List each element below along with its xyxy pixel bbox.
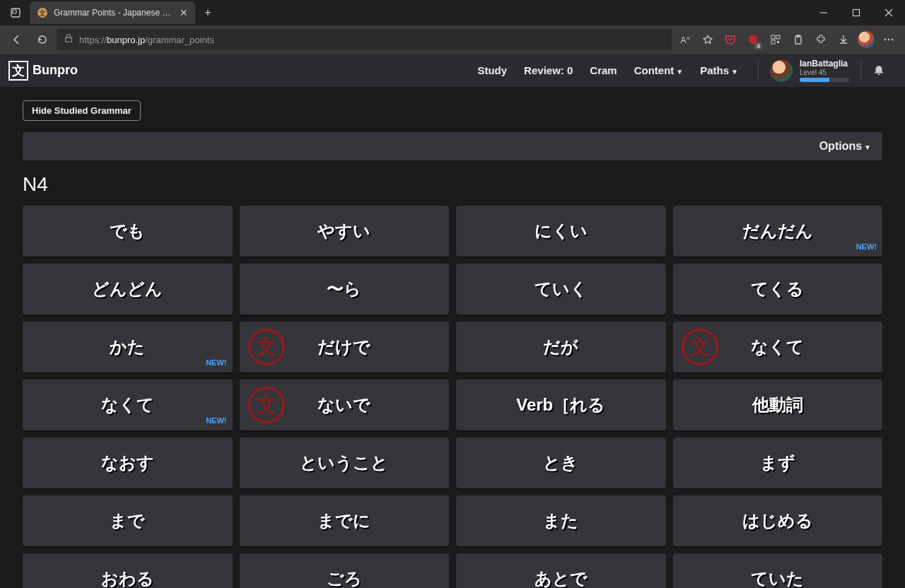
profile-avatar[interactable] (856, 28, 877, 51)
grammar-tile-label: かた (110, 336, 145, 358)
back-button[interactable] (6, 28, 28, 51)
grammar-tile[interactable]: あとで (456, 553, 666, 588)
nav-cram[interactable]: Cram (590, 64, 617, 76)
svg-text:文: 文 (257, 336, 276, 358)
user-avatar (770, 59, 793, 82)
grammar-tile[interactable]: やすい (240, 206, 450, 257)
section-title: N4 (23, 173, 882, 196)
grammar-tile[interactable]: にくい (456, 206, 666, 257)
browser-tab[interactable]: 文 Grammar Points - Japanese Gram ✕ (30, 1, 195, 24)
grammar-tile-label: はじめる (742, 510, 813, 532)
grammar-tile[interactable]: だが (456, 322, 666, 372)
refresh-button[interactable] (31, 28, 54, 51)
new-badge: NEW! (206, 416, 226, 425)
tab-overview-icon[interactable] (6, 3, 25, 23)
favicon-icon: 文 (37, 7, 48, 18)
grammar-tile[interactable]: ということ (240, 437, 450, 488)
user-level: Level 45 (800, 69, 849, 76)
studied-stamp-icon: 文 (247, 385, 286, 425)
window-controls (807, 0, 905, 25)
grammar-tile[interactable]: なくてNEW! (23, 380, 233, 430)
grammar-tile[interactable]: とき (456, 437, 666, 488)
grammar-tile[interactable]: でも (23, 206, 233, 257)
minimize-button[interactable] (807, 0, 840, 25)
new-tab-button[interactable]: + (198, 3, 218, 23)
grammar-tile-label: あとで (535, 568, 588, 588)
user-info: IanBattaglia Level 45 (800, 59, 849, 82)
nav-study[interactable]: Study (477, 64, 507, 76)
close-window-button[interactable] (872, 0, 905, 25)
grammar-tile-label: ということ (300, 452, 388, 474)
grammar-tile-label: 〜ら (327, 278, 361, 300)
options-bar: Options▼ (23, 132, 882, 160)
studied-stamp-icon: 文 (680, 327, 720, 367)
options-dropdown[interactable]: Options▼ (819, 140, 871, 153)
pocket-icon[interactable] (720, 28, 741, 51)
grammar-tile-label: までに (317, 510, 370, 532)
url-box[interactable]: https://bunpro.jp/grammar_points (57, 29, 672, 50)
grammar-tile-label: Verb［れる (516, 394, 605, 416)
grammar-tile[interactable]: だんだんNEW! (673, 206, 883, 257)
grammar-tile[interactable]: まで (23, 495, 233, 546)
grammar-tile[interactable]: どんどん (23, 264, 233, 314)
grammar-tile-label: ていく (535, 278, 588, 300)
grammar-tile-label: なくて (751, 336, 804, 358)
nav-review[interactable]: Review: 0 (524, 64, 573, 76)
extensions-icon[interactable] (810, 28, 831, 51)
grammar-tile[interactable]: かたNEW! (23, 322, 233, 372)
user-block[interactable]: IanBattaglia Level 45 (758, 59, 861, 82)
hide-studied-button[interactable]: Hide Studied Grammar (23, 100, 141, 121)
browser-titlebar: 文 Grammar Points - Japanese Gram ✕ + (0, 0, 905, 25)
favorite-icon[interactable] (697, 28, 718, 51)
svg-rect-1 (13, 10, 16, 13)
more-menu-icon[interactable] (878, 28, 899, 51)
page-content: Hide Studied Grammar Options▼ N4 でもやすいにく… (0, 88, 905, 588)
grammar-grid: でもやすいにくいだんだんNEW!どんどん〜らていくてくるかたNEW!文だけでだが… (23, 206, 882, 588)
grammar-tile-label: おわる (101, 568, 154, 588)
chevron-down-icon: ▼ (731, 68, 738, 76)
grammar-tile-label: だけで (317, 336, 370, 358)
grammar-tile[interactable]: までに (240, 495, 450, 546)
clipboard-icon[interactable] (788, 28, 809, 51)
grammar-tile-label: まず (760, 452, 795, 474)
grammar-tile[interactable]: おわる (23, 553, 233, 588)
grammar-tile[interactable]: ていた (673, 553, 883, 588)
grammar-tile[interactable]: てくる (673, 264, 883, 314)
grammar-tile-label: 他動詞 (752, 394, 803, 416)
grammar-tile[interactable]: 文だけで (240, 322, 450, 372)
ublock-icon[interactable]: 4 (742, 28, 764, 51)
grammar-tile[interactable]: 他動詞 (673, 380, 883, 430)
grammar-tile[interactable]: ごろ (240, 553, 450, 588)
new-badge: NEW! (856, 242, 877, 251)
svg-point-15 (884, 39, 887, 41)
nav-paths[interactable]: Paths▼ (700, 64, 738, 76)
grammar-tile-label: また (543, 510, 578, 532)
grammar-tile[interactable]: Verb［れる (456, 380, 666, 430)
grammar-tile-label: とき (543, 452, 578, 474)
svg-rect-10 (776, 35, 780, 39)
svg-text:文: 文 (690, 336, 710, 358)
grammar-tile[interactable]: 文なくて (673, 322, 883, 372)
grammar-tile-label: なくて (101, 394, 154, 416)
grammar-tile[interactable]: 文ないで (240, 380, 450, 430)
grammar-tile[interactable]: 〜ら (240, 264, 450, 314)
logo-text: Bunpro (33, 63, 78, 78)
grammar-tile-label: まで (110, 510, 145, 532)
notifications-button[interactable] (861, 64, 897, 77)
grammar-tile-label: やすい (317, 220, 370, 242)
grammar-tile[interactable]: まず (673, 437, 883, 488)
chevron-down-icon: ▼ (676, 68, 683, 76)
app-logo[interactable]: 文 Bunpro (8, 61, 78, 81)
qr-icon[interactable] (765, 28, 786, 51)
maximize-button[interactable] (840, 0, 872, 25)
nav-content[interactable]: Content▼ (634, 64, 684, 76)
studied-stamp-icon: 文 (247, 327, 286, 367)
svg-rect-9 (771, 35, 775, 39)
tab-close-icon[interactable]: ✕ (180, 7, 188, 18)
grammar-tile[interactable]: また (456, 495, 666, 546)
grammar-tile[interactable]: はじめる (673, 495, 883, 546)
downloads-icon[interactable] (833, 28, 854, 51)
grammar-tile[interactable]: なおす (23, 437, 233, 488)
reader-mode-icon[interactable]: Aא (675, 28, 696, 51)
grammar-tile[interactable]: ていく (456, 264, 666, 314)
